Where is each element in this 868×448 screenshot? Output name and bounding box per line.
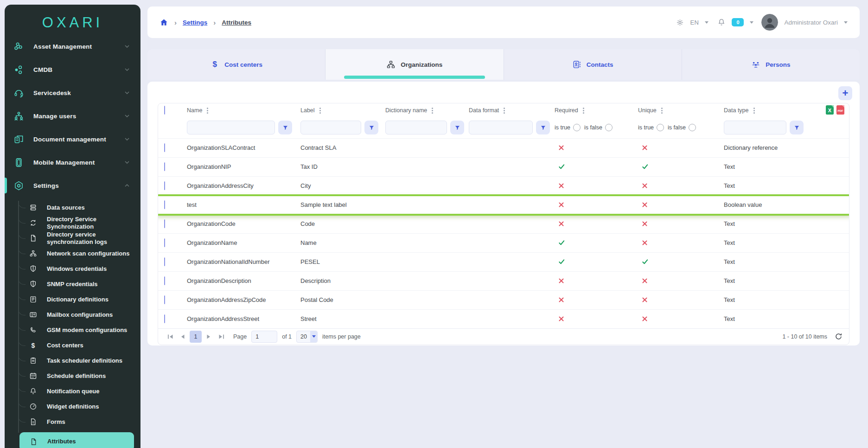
add-attribute-button[interactable]: + (838, 86, 852, 100)
row-checkbox[interactable] (164, 295, 165, 304)
sidebar-item[interactable]: Document management (5, 128, 140, 151)
required-false-radio[interactable] (605, 124, 613, 131)
previous-page-icon[interactable] (177, 331, 188, 343)
filter-funnel-icon[interactable] (450, 121, 464, 134)
sidebar-subitem[interactable]: Data sources (5, 200, 140, 215)
table-row[interactable]: OrganizationAddressCity City Text (158, 176, 849, 195)
table-row[interactable]: OrganizationSLAContract Contract SLA Dic… (158, 138, 849, 157)
tab[interactable]: Persons (682, 49, 860, 80)
cell-data-type: Text (724, 277, 849, 284)
filter-funnel-icon[interactable] (536, 121, 550, 134)
row-checkbox[interactable] (164, 219, 165, 228)
label-filter-input[interactable] (300, 121, 361, 134)
row-checkbox[interactable] (164, 238, 165, 247)
column-menu-icon[interactable] (207, 110, 208, 111)
sidebar-item[interactable]: Asset Management (5, 35, 140, 58)
bell-icon[interactable] (717, 18, 726, 26)
sidebar-subitem[interactable]: Directory Service Synchronization (5, 215, 140, 230)
tab[interactable]: Contacts (504, 49, 682, 80)
items-per-page-select[interactable]: 20 (296, 331, 318, 343)
sidebar-subitem[interactable]: Dictionary definitions (5, 292, 140, 307)
row-checkbox[interactable] (164, 181, 165, 190)
sidebar-subitem[interactable]: SNMP credentials (5, 276, 140, 292)
breadcrumb-attributes[interactable]: Attributes (222, 19, 251, 26)
table-row[interactable]: OrganizationName Name Text (158, 233, 849, 252)
sidebar-subitem[interactable]: Forms (5, 414, 140, 429)
sidebar-subitem[interactable]: Network scan configurations (5, 246, 140, 261)
filter-funnel-icon[interactable] (790, 121, 804, 134)
column-menu-icon[interactable] (432, 110, 433, 111)
user-name[interactable]: Administrator Oxari (784, 19, 838, 26)
column-menu-icon[interactable] (661, 110, 663, 111)
unique-true-radio[interactable] (657, 124, 664, 131)
cell-name: test (187, 201, 300, 208)
chevron-down-icon[interactable] (750, 21, 753, 24)
next-page-icon[interactable] (203, 331, 214, 343)
data-type-filter-input[interactable] (724, 121, 786, 134)
table-row[interactable]: OrganizationAddressZipCode Postal Code T… (158, 290, 849, 309)
row-checkbox[interactable] (164, 200, 165, 209)
row-checkbox[interactable] (164, 314, 165, 323)
tab-label: Organizations (401, 61, 442, 68)
current-page-button[interactable]: 1 (190, 331, 202, 343)
page-number-input[interactable] (251, 331, 277, 343)
select-all-checkbox[interactable] (164, 106, 165, 115)
filter-funnel-icon[interactable] (364, 121, 378, 134)
table-row[interactable]: OrganizationAddressStreet Street Text (158, 309, 849, 328)
home-icon[interactable] (160, 18, 168, 27)
sidebar-subitem[interactable]: Mailbox configurations (5, 307, 140, 322)
sidebar-subitem[interactable]: Windows credentials (5, 261, 140, 276)
sidebar-subitem[interactable]: Schedule definitions (5, 368, 140, 384)
chevron-down-icon[interactable] (705, 21, 708, 24)
avatar[interactable] (761, 14, 778, 31)
table-row[interactable]: OrganizationNIP Tax ID Text (158, 157, 849, 176)
chevron-down-icon[interactable] (844, 21, 848, 24)
row-checkbox[interactable] (164, 162, 165, 171)
breadcrumb-separator: › (213, 19, 216, 26)
table-row[interactable]: test Sample text label Boolean value (158, 195, 849, 214)
data-format-filter-input[interactable] (469, 121, 533, 134)
pagination-bar: 1 Page of 1 20 items per page 1 - 10 of … (158, 328, 849, 345)
sidebar-item[interactable]: Settings (5, 174, 140, 197)
sidebar-subitem[interactable]: Widget definitions (5, 399, 140, 414)
row-checkbox[interactable] (164, 276, 165, 285)
filter-funnel-icon[interactable] (278, 121, 292, 134)
tab[interactable]: Organizations (326, 49, 503, 80)
tab-label: Cost centers (224, 61, 262, 68)
column-menu-icon[interactable] (319, 110, 321, 111)
language-selector[interactable]: EN (690, 19, 699, 26)
table-row[interactable]: OrganizationNationalIdNumber PESEL Text (158, 252, 849, 271)
sidebar-subitem[interactable]: GSM modem configurations (5, 322, 140, 338)
required-true-radio[interactable] (573, 124, 581, 131)
row-checkbox[interactable] (164, 143, 165, 152)
sidebar-item[interactable]: CMDB (5, 58, 140, 81)
sidebar-subitem[interactable]: Task scheduler definitions (5, 353, 140, 368)
sidebar-subitem[interactable]: Notification queue (5, 384, 140, 399)
export-pdf-icon[interactable]: PDF (836, 105, 844, 115)
column-menu-icon[interactable] (504, 110, 505, 111)
table-row[interactable]: OrganizationCode Code Text (158, 214, 849, 233)
row-checkbox[interactable] (164, 257, 165, 266)
dictionary-name-filter-input[interactable] (385, 121, 447, 134)
breadcrumb-settings[interactable]: Settings (183, 19, 207, 26)
sidebar-item[interactable]: Mobile Management (5, 151, 140, 174)
unique-false-radio[interactable] (689, 124, 696, 131)
is-true-label: is true (638, 124, 654, 131)
sidebar-item[interactable]: Manage users (5, 104, 140, 128)
column-menu-icon[interactable] (753, 110, 755, 111)
tab[interactable]: $ Cost centers (147, 49, 325, 80)
first-page-icon[interactable] (165, 331, 176, 343)
table-row[interactable]: OrganizationDescription Description Text (158, 271, 849, 290)
last-page-icon[interactable] (216, 331, 227, 343)
sidebar-item[interactable]: Servicedesk (5, 81, 140, 104)
name-filter-input[interactable] (187, 121, 275, 134)
sidebar-subitem[interactable]: Directory service synchronization logs (5, 230, 140, 246)
export-excel-icon[interactable]: X (826, 105, 834, 115)
cross-icon (555, 278, 638, 284)
refresh-icon[interactable] (835, 333, 842, 340)
column-menu-icon[interactable] (583, 110, 584, 111)
cell-data-type: Text (724, 258, 849, 265)
gear-icon[interactable] (676, 19, 684, 26)
sidebar-subitem[interactable]: Attributes (19, 432, 134, 448)
sidebar-subitem[interactable]: $ Cost centers (5, 338, 140, 353)
